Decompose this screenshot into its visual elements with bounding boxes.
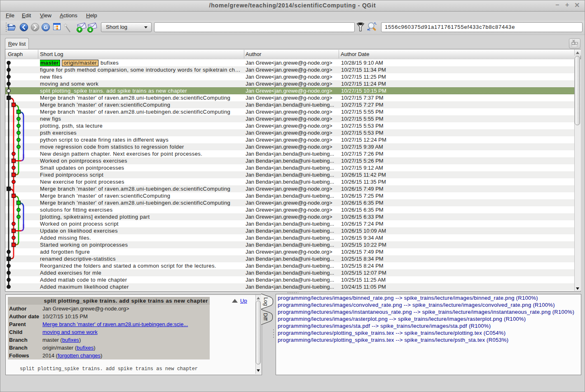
svg-text:G: G — [44, 24, 48, 30]
